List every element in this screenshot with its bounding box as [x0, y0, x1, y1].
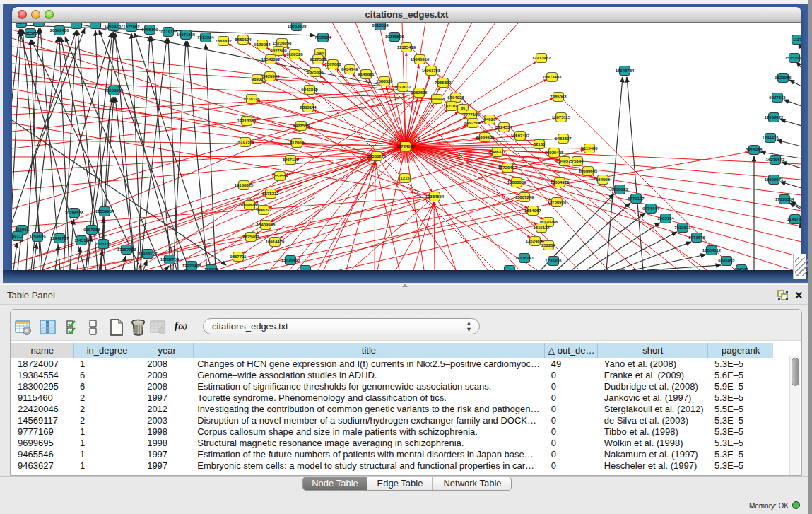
svg-text:7625402: 7625402 [242, 235, 259, 239]
svg-text:19384554: 19384554 [425, 194, 445, 199]
svg-text:19166825: 19166825 [235, 183, 254, 187]
svg-text:7632621: 7632621 [674, 226, 691, 230]
svg-text:16914479: 16914479 [266, 240, 285, 244]
svg-text:16782759: 16782759 [160, 257, 180, 262]
svg-text:9857791: 9857791 [230, 255, 247, 259]
svg-text:98901: 98901 [252, 77, 264, 81]
svg-text:9146821: 9146821 [358, 72, 375, 76]
svg-text:90557: 90557 [16, 23, 28, 25]
svg-text:9242848: 9242848 [301, 88, 318, 92]
svg-text:10025438: 10025438 [545, 151, 564, 155]
svg-text:6497508: 6497508 [464, 121, 481, 125]
svg-text:16210643: 16210643 [766, 158, 785, 162]
svg-text:13716485: 13716485 [281, 258, 300, 262]
svg-text:8660124: 8660124 [235, 37, 252, 42]
svg-text:12213383: 12213383 [237, 119, 257, 123]
svg-text:9327508: 9327508 [310, 57, 326, 62]
svg-text:10688609: 10688609 [507, 180, 526, 185]
svg-text:1962635: 1962635 [411, 90, 428, 95]
svg-text:164095: 164095 [596, 177, 611, 182]
svg-text:7386372: 7386372 [489, 150, 506, 154]
svg-text:1156829: 1156829 [29, 235, 46, 239]
svg-text:17359934: 17359934 [95, 209, 114, 214]
svg-text:15751074: 15751074 [785, 56, 801, 60]
svg-text:8813054: 8813054 [372, 23, 389, 28]
svg-text:3215958: 3215958 [746, 148, 763, 152]
svg-text:9463627: 9463627 [555, 136, 572, 141]
svg-text:75844: 75844 [572, 159, 584, 163]
svg-text:7515524: 7515524 [197, 35, 214, 40]
svg-text:10543392: 10543392 [261, 57, 281, 62]
svg-text:7955822: 7955822 [435, 81, 452, 85]
svg-text:1117: 1117 [793, 37, 801, 42]
svg-text:20691406: 20691406 [50, 28, 69, 33]
svg-text:10958127: 10958127 [139, 252, 158, 256]
svg-text:7357224: 7357224 [314, 35, 331, 40]
svg-text:19218506: 19218506 [385, 35, 404, 39]
svg-text:9245052: 9245052 [718, 259, 735, 263]
svg-text:15720407: 15720407 [498, 165, 517, 170]
svg-text:25300275: 25300275 [367, 154, 387, 158]
svg-text:39111: 39111 [12, 234, 24, 238]
svg-text:74626: 74626 [484, 117, 496, 122]
svg-text:817006: 817006 [290, 141, 305, 145]
svg-text:114519: 114519 [74, 238, 88, 243]
svg-text:45: 45 [461, 107, 466, 111]
svg-text:7663822: 7663822 [215, 39, 232, 43]
svg-text:9115460: 9115460 [581, 146, 598, 151]
svg-text:1527602: 1527602 [123, 25, 140, 29]
svg-text:13654923: 13654923 [551, 180, 570, 185]
svg-text:3124554: 3124554 [495, 125, 512, 129]
svg-text:252214: 252214 [541, 243, 556, 247]
svg-text:16033809: 16033809 [288, 24, 307, 28]
svg-text:15226058: 15226058 [273, 41, 292, 45]
svg-text:10654112: 10654112 [702, 248, 722, 252]
svg-text:16671355: 16671355 [177, 33, 196, 37]
svg-text:10973493: 10973493 [543, 75, 562, 79]
svg-text:23420046: 23420046 [261, 74, 280, 78]
svg-text:20053346: 20053346 [105, 88, 124, 93]
svg-text:15692971: 15692971 [765, 177, 784, 182]
svg-text:10653287: 10653287 [105, 24, 124, 28]
svg-text:1588520: 1588520 [376, 79, 393, 83]
svg-text:1244415: 1244415 [762, 136, 779, 140]
svg-text:6466160: 6466160 [141, 28, 158, 32]
svg-text:10719155: 10719155 [159, 30, 178, 34]
svg-text:1146753: 1146753 [787, 217, 801, 221]
svg-text:19756928: 19756928 [548, 200, 567, 204]
svg-text:18724007: 18724007 [396, 144, 416, 148]
svg-text:9357586: 9357586 [83, 228, 100, 232]
svg-text:17957253: 17957253 [117, 247, 136, 252]
svg-text:12942757: 12942757 [50, 236, 69, 240]
svg-text:1215: 1215 [400, 176, 410, 180]
svg-text:12213967: 12213967 [532, 56, 551, 60]
svg-text:1353559: 1353559 [271, 174, 288, 178]
svg-text:2505135: 2505135 [95, 242, 112, 246]
svg-text:2935114: 2935114 [657, 216, 674, 221]
svg-text:10507487: 10507487 [511, 134, 530, 138]
svg-text:16640910: 16640910 [411, 57, 430, 62]
svg-text:3267110: 3267110 [282, 158, 299, 162]
svg-text:13807249: 13807249 [515, 195, 534, 199]
svg-text:9427552: 9427552 [293, 124, 310, 128]
svg-text:6479197: 6479197 [628, 197, 645, 201]
svg-text:9777109: 9777109 [463, 112, 480, 117]
svg-text:15409948: 15409948 [257, 223, 276, 227]
svg-text:7485063: 7485063 [550, 95, 567, 99]
svg-text:5498222: 5498222 [255, 208, 272, 212]
svg-text:2718126: 2718126 [243, 97, 260, 101]
svg-text:16961758: 16961758 [422, 69, 441, 73]
svg-text:924507: 924507 [734, 267, 749, 270]
svg-text:10046786: 10046786 [240, 203, 259, 207]
svg-text:14136141: 14136141 [515, 256, 534, 260]
svg-text:5875685: 5875685 [307, 70, 324, 74]
svg-text:5678332: 5678332 [262, 192, 279, 196]
svg-text:17016504: 17016504 [775, 197, 794, 201]
svg-text:9474444: 9474444 [642, 206, 659, 211]
svg-text:8322037: 8322037 [394, 85, 411, 89]
svg-text:14055714: 14055714 [21, 31, 40, 35]
svg-text:2803144: 2803144 [300, 105, 317, 110]
svg-text:11325419: 11325419 [397, 45, 416, 49]
svg-text:1990448: 1990448 [428, 97, 445, 101]
svg-text:12923448: 12923448 [182, 264, 201, 268]
